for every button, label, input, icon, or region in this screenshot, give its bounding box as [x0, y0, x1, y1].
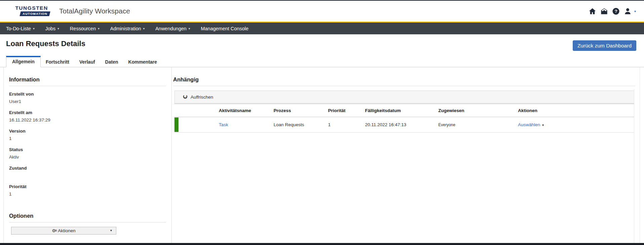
caret-down-icon[interactable]: ▾: [542, 123, 544, 127]
nav-item-to-do-liste[interactable]: To-Do-Liste▾: [6, 23, 40, 34]
column-right-border: [634, 89, 634, 243]
nav-item-anwendungen[interactable]: Anwendungen▾: [150, 23, 195, 34]
caret-down-icon: ▾: [189, 27, 190, 30]
tungsten-logo[interactable]: TUNGSTEN AUTOMATION: [13, 5, 50, 16]
priority-cell: 1: [328, 122, 365, 127]
nav-item-jobs[interactable]: Jobs▾: [40, 23, 65, 34]
assigned-cell: Everyone: [438, 123, 518, 127]
activity-link[interactable]: Task: [219, 122, 228, 127]
caret-down-icon: ▾: [143, 27, 145, 30]
tab-verlauf[interactable]: Verlauf: [74, 57, 100, 67]
column-header-zugewiesen: Zugewiesen: [438, 108, 518, 113]
field-zustand: Zustand: [9, 166, 166, 179]
header-spacer: [174, 104, 219, 117]
field-label: Status: [9, 147, 166, 152]
column-header-prioritaet: Priorität: [328, 108, 365, 113]
gears-icon-small: ⚙: [55, 229, 57, 232]
user-icon[interactable]: [624, 7, 632, 15]
mail-icon[interactable]: [600, 7, 608, 15]
caret-down-icon: ▾: [33, 27, 35, 30]
options-heading: Optionen: [9, 213, 166, 222]
table-row: Task Loan Requests 1 20.11.2022 16:47:13…: [174, 117, 634, 133]
refresh-icon: C: [183, 95, 189, 99]
field-value: Aktiv: [9, 154, 166, 160]
column-header-faelligkeitsdatum: Fälligkeitsdatum: [365, 108, 438, 113]
field-erstellt-am: Erstellt am 16.11.2022 16:37:29: [9, 110, 166, 123]
window-bottom-edge: [0, 243, 644, 245]
actions-dropdown-label: Aktionen: [58, 228, 76, 233]
field-value: [9, 173, 166, 179]
refresh-label: Auffrischen: [191, 95, 213, 100]
tab-bar: Allgemein Fortschritt Verlauf Daten Komm…: [0, 56, 644, 67]
pending-column: Anhängig C Auffrischen Aktivitätsname Pr…: [172, 67, 640, 243]
page-title: Loan Requests Details: [6, 39, 85, 48]
help-icon[interactable]: ?: [612, 7, 620, 15]
row-action-dropdown[interactable]: Auswählen: [518, 122, 540, 127]
field-value: 1: [9, 136, 166, 142]
nav-item-administration[interactable]: Administration▾: [105, 23, 150, 34]
pending-table-header: Aktivitätsname Prozess Priorität Fälligk…: [174, 104, 634, 117]
status-green-bar: [174, 117, 178, 132]
field-prioritaet: Priorität 1: [9, 184, 166, 197]
tab-allgemein[interactable]: Allgemein: [6, 56, 41, 67]
home-icon[interactable]: [589, 7, 596, 15]
due-date-cell: 20.11.2022 16:47:13: [365, 122, 438, 127]
information-heading: Information: [9, 76, 166, 86]
caret-down-icon: ▾: [98, 27, 99, 30]
pending-table: Aktivitätsname Prozess Priorität Fälligk…: [174, 104, 634, 133]
row-status-cell: [174, 117, 219, 132]
tab-kommentare[interactable]: Kommentare: [123, 57, 162, 67]
actions-dropdown-button[interactable]: ⚙⚙ Aktionen ▾: [11, 227, 116, 235]
refresh-button[interactable]: C Auffrischen: [174, 91, 634, 103]
row-actions-cell: Auswählen▾: [518, 122, 634, 127]
app-header: TUNGSTEN AUTOMATION TotalAgility Workspa…: [0, 1, 644, 22]
field-label: Erstellt am: [9, 110, 166, 115]
svg-text:?: ?: [614, 9, 617, 14]
field-label: Version: [9, 129, 166, 134]
pending-heading: Anhängig: [173, 76, 635, 86]
field-version: Version 1: [9, 129, 166, 142]
tab-content-panel: Information Erstellt von User1 Erstellt …: [3, 67, 640, 243]
field-label: Zustand: [9, 166, 166, 171]
field-value: User1: [9, 99, 166, 105]
tab-fortschritt[interactable]: Fortschritt: [41, 57, 74, 67]
field-erstellt-von: Erstellt von User1: [9, 92, 166, 105]
field-label: Erstellt von: [9, 92, 166, 97]
back-to-dashboard-button[interactable]: Zurück zum Dashboard: [573, 40, 636, 51]
column-header-aktivitaetsname: Aktivitätsname: [219, 108, 274, 113]
column-header-aktionen: Aktionen: [518, 108, 634, 113]
logo-wordmark: TUNGSTEN: [13, 5, 50, 11]
information-column: Information Erstellt von User1 Erstellt …: [4, 67, 172, 243]
tab-daten[interactable]: Daten: [100, 57, 123, 67]
field-status: Status Aktiv: [9, 147, 166, 160]
header-icon-group: ? ▾: [589, 7, 636, 15]
logo-automation-badge: AUTOMATION: [19, 11, 50, 16]
process-cell: Loan Requests: [274, 122, 328, 127]
app-title: TotalAgility Workspace: [59, 7, 130, 15]
user-menu-caret-icon[interactable]: ▾: [634, 9, 636, 13]
column-header-prozess: Prozess: [274, 108, 328, 113]
main-nav: To-Do-Liste▾ Jobs▾ Ressourcen▾ Administr…: [0, 23, 644, 34]
nav-item-ressourcen[interactable]: Ressourcen▾: [65, 23, 105, 34]
caret-down-icon: ▾: [57, 27, 59, 30]
field-label: Priorität: [9, 184, 166, 189]
caret-down-icon: ▾: [110, 229, 112, 232]
field-value: 16.11.2022 16:37:29: [9, 117, 166, 123]
field-value: 1: [9, 191, 166, 197]
nav-item-management-console[interactable]: Management Console: [195, 23, 254, 34]
